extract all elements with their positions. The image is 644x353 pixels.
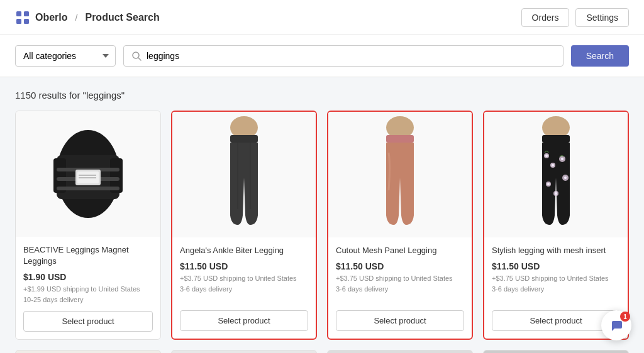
svg-point-28: [561, 158, 564, 160]
product-name: Cutout Mesh Panel Legging: [336, 245, 464, 256]
header-right: Orders Settings: [521, 8, 629, 27]
settings-button[interactable]: Settings: [575, 8, 629, 27]
product-image-area: [172, 112, 316, 237]
svg-point-32: [564, 176, 567, 179]
product-image-area: [484, 112, 628, 237]
product-card: Stylish legging with mesh insert $11.50 …: [483, 111, 629, 340]
select-product-button[interactable]: Select product: [23, 311, 153, 332]
product-card: Angela's Ankle Biter Legging $11.50 USD …: [171, 111, 317, 340]
svg-rect-22: [542, 135, 570, 143]
svg-point-34: [555, 192, 557, 195]
svg-point-30: [547, 183, 550, 185]
svg-rect-0: [16, 11, 21, 16]
svg-rect-1: [24, 11, 29, 16]
chat-badge: 1: [620, 312, 630, 322]
oberlo-logo-icon: [15, 10, 30, 25]
svg-rect-2: [16, 19, 21, 24]
product-image-knee-brace: [47, 121, 129, 227]
main-content: 1150 results for "leggings": [0, 77, 644, 353]
product-card-partial: [171, 350, 317, 353]
product-shipping: +$1.99 USD shipping to United States: [23, 285, 153, 294]
product-info: Cutout Mesh Panel Legging $11.50 USD +$3…: [328, 237, 472, 339]
product-shipping: +$3.75 USD shipping to United States: [492, 274, 620, 283]
product-price: $11.50 USD: [492, 261, 620, 271]
svg-rect-20: [386, 135, 414, 143]
svg-rect-12: [57, 187, 119, 190]
product-card-partial: [15, 350, 161, 353]
product-card: Cutout Mesh Panel Legging $11.50 USD +$3…: [327, 111, 473, 340]
product-name: Angela's Ankle Biter Legging: [180, 245, 308, 256]
search-input-wrapper: [123, 45, 564, 67]
header: Oberlo / Product Search Orders Settings: [0, 0, 644, 35]
product-image-floral-legging: [531, 115, 581, 234]
product-shipping: +$3.75 USD shipping to United States: [180, 274, 308, 283]
header-separator: /: [75, 13, 78, 23]
product-info: Angela's Ankle Biter Legging $11.50 USD …: [172, 237, 316, 339]
search-bar: All categories Women's Clothing Men's Cl…: [0, 35, 644, 77]
logo-text: Oberlo: [35, 12, 68, 23]
product-card: BEACTIVE Leggings Magnet Leggings $1.90 …: [15, 111, 161, 340]
product-shipping: +$3.75 USD shipping to United States: [336, 274, 464, 283]
product-price: $11.50 USD: [336, 261, 464, 271]
product-info: BEACTIVE Leggings Magnet Leggings $1.90 …: [16, 237, 160, 339]
product-grid: BEACTIVE Leggings Magnet Leggings $1.90 …: [15, 111, 629, 340]
product-image-dark-legging: [219, 115, 269, 234]
svg-point-24: [545, 155, 548, 157]
product-image-area: [328, 112, 472, 237]
product-image-pink-legging: [375, 115, 425, 234]
product-delivery: 3-6 days delivery: [336, 285, 464, 293]
chat-icon: [609, 318, 623, 332]
search-button[interactable]: Search: [571, 45, 629, 67]
product-card-partial: [327, 350, 473, 353]
product-delivery: 10-25 days delivery: [23, 296, 153, 303]
orders-button[interactable]: Orders: [521, 8, 570, 27]
svg-rect-3: [24, 19, 29, 24]
chat-bubble[interactable]: 1: [601, 310, 631, 340]
search-input[interactable]: [147, 46, 555, 66]
page-title: Product Search: [85, 12, 159, 23]
product-name: BEACTIVE Leggings Magnet Leggings: [23, 244, 153, 267]
product-delivery: 3-6 days delivery: [492, 285, 620, 293]
product-grid-bottom: [15, 350, 629, 353]
results-count: 1150 results for "leggings": [15, 90, 629, 100]
product-price: $1.90 USD: [23, 272, 153, 282]
product-card-partial: [483, 350, 629, 353]
svg-point-26: [552, 164, 554, 166]
category-select[interactable]: All categories Women's Clothing Men's Cl…: [15, 45, 116, 67]
select-product-button[interactable]: Select product: [180, 310, 308, 331]
svg-rect-18: [230, 135, 258, 143]
product-image-area: [16, 111, 160, 237]
header-left: Oberlo / Product Search: [15, 10, 160, 25]
product-price: $11.50 USD: [180, 261, 308, 271]
product-delivery: 3-6 days delivery: [180, 285, 308, 293]
svg-line-5: [138, 58, 141, 60]
product-name: Stylish legging with mesh insert: [492, 245, 620, 256]
search-icon: [131, 51, 142, 61]
select-product-button[interactable]: Select product: [336, 310, 464, 331]
